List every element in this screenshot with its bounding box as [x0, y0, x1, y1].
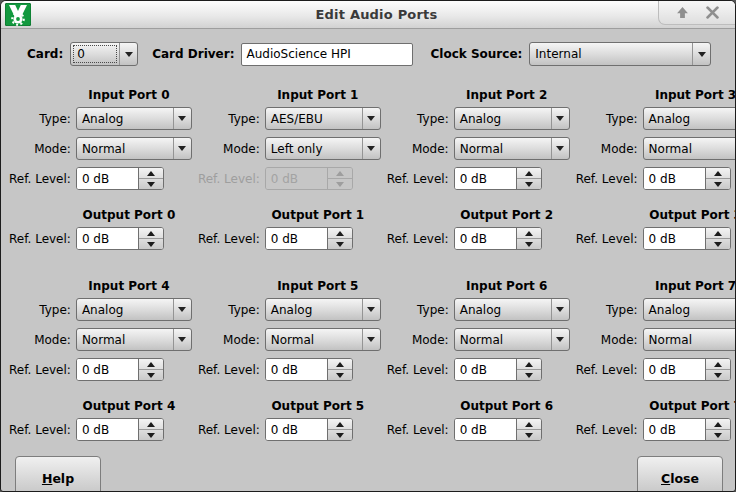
mode-dropdown[interactable]: Normal [76, 137, 192, 160]
spin-down-icon[interactable] [706, 430, 730, 440]
chevron-down-icon[interactable] [551, 329, 569, 350]
ref-level-value[interactable]: 0 dB [455, 228, 516, 249]
spin-down-icon[interactable] [706, 370, 730, 380]
mode-dropdown[interactable]: Normal [454, 328, 570, 351]
spin-up-icon[interactable] [139, 168, 163, 179]
ref-level-spinbox[interactable]: 0 dB [265, 227, 353, 250]
ref-level-label: Ref. Level: [387, 172, 449, 186]
ref-level-value[interactable]: 0 dB [644, 168, 705, 189]
ref-level-value[interactable]: 0 dB [266, 359, 327, 380]
spin-down-icon[interactable] [517, 430, 541, 440]
ref-level-value[interactable]: 0 dB [455, 168, 516, 189]
type-dropdown[interactable]: Analog [454, 298, 570, 321]
ref-level-spinbox[interactable]: 0 dB [454, 358, 542, 381]
ref-level-value[interactable]: 0 dB [77, 419, 138, 440]
chevron-down-icon[interactable] [362, 138, 380, 159]
spin-up-icon[interactable] [517, 359, 541, 370]
chevron-down-icon[interactable] [362, 299, 380, 320]
ref-level-value[interactable]: 0 dB [644, 359, 705, 380]
spin-down-icon[interactable] [328, 430, 352, 440]
ref-level-spinbox[interactable]: 0 dB [643, 167, 731, 190]
ref-level-spinbox[interactable]: 0 dB [76, 167, 164, 190]
close-window-button[interactable] [699, 4, 725, 22]
ref-level-spinbox[interactable]: 0 dB [643, 227, 731, 250]
spin-up-icon[interactable] [517, 228, 541, 239]
chevron-down-icon[interactable] [551, 108, 569, 129]
spin-up-icon[interactable] [328, 419, 352, 430]
ref-level-spinbox[interactable]: 0 dB [454, 418, 542, 441]
spin-up-icon[interactable] [328, 359, 352, 370]
mode-dropdown[interactable]: Normal [76, 328, 192, 351]
spin-up-icon[interactable] [517, 168, 541, 179]
ref-level-value[interactable]: 0 dB [644, 419, 705, 440]
ref-level-spinbox[interactable]: 0 dB [643, 358, 731, 381]
type-dropdown[interactable]: Analog [454, 107, 570, 130]
mode-dropdown[interactable]: Normal [643, 328, 736, 351]
spin-up-icon[interactable] [139, 228, 163, 239]
chevron-down-icon[interactable] [551, 138, 569, 159]
spin-down-icon[interactable] [517, 239, 541, 249]
spin-down-icon[interactable] [706, 179, 730, 189]
type-dropdown[interactable]: AES/EBU [265, 107, 381, 130]
spin-down-icon[interactable] [517, 370, 541, 380]
spin-up-icon[interactable] [706, 168, 730, 179]
chevron-down-icon[interactable] [173, 299, 191, 320]
ref-level-spinbox[interactable]: 0 dB [643, 418, 731, 441]
mode-dropdown[interactable]: Normal [643, 137, 736, 160]
ref-level-spinbox[interactable]: 0 dB [265, 418, 353, 441]
chevron-down-icon[interactable] [173, 138, 191, 159]
chevron-down-icon[interactable] [551, 299, 569, 320]
ref-level-value[interactable]: 0 dB [77, 228, 138, 249]
ref-level-value[interactable]: 0 dB [77, 359, 138, 380]
spin-up-icon[interactable] [706, 228, 730, 239]
ref-level-value[interactable]: 0 dB [455, 359, 516, 380]
type-dropdown[interactable]: Analog [76, 298, 192, 321]
ref-level-value[interactable]: 0 dB [77, 168, 138, 189]
card-dropdown[interactable]: 0 [70, 42, 138, 66]
ref-level-value[interactable]: 0 dB [266, 228, 327, 249]
mode-dropdown[interactable]: Left only [265, 137, 381, 160]
type-dropdown[interactable]: Analog [265, 298, 381, 321]
type-dropdown[interactable]: Analog [643, 298, 736, 321]
spin-down-icon[interactable] [139, 179, 163, 189]
chevron-down-icon[interactable] [173, 329, 191, 350]
ref-level-value[interactable]: 0 dB [266, 419, 327, 440]
ref-level-spinbox[interactable]: 0 dB [454, 227, 542, 250]
mode-dropdown[interactable]: Normal [454, 137, 570, 160]
spin-up-icon[interactable] [139, 359, 163, 370]
ref-level-value[interactable]: 0 dB [644, 228, 705, 249]
clock-source-dropdown[interactable]: Internal [529, 42, 711, 66]
spin-down-icon[interactable] [328, 370, 352, 380]
type-dropdown[interactable]: Analog [76, 107, 192, 130]
type-dropdown[interactable]: Analog [643, 107, 736, 130]
ref-level-spinbox[interactable]: 0 dB [76, 227, 164, 250]
spin-down-icon[interactable] [139, 370, 163, 380]
ref-level-spinbox[interactable]: 0 dB [76, 358, 164, 381]
card-driver-field[interactable] [241, 43, 413, 66]
shade-window-button[interactable] [669, 4, 695, 22]
chevron-down-icon[interactable] [119, 43, 137, 65]
chevron-down-icon[interactable] [692, 43, 710, 65]
chevron-down-icon[interactable] [362, 108, 380, 129]
ref-level-spinbox[interactable]: 0 dB [76, 418, 164, 441]
spin-down-icon[interactable] [139, 239, 163, 249]
spin-down-icon[interactable] [139, 430, 163, 440]
ref-level-spinbox[interactable]: 0 dB [454, 167, 542, 190]
spin-down-icon[interactable] [517, 179, 541, 189]
spin-up-icon[interactable] [139, 419, 163, 430]
chevron-down-icon[interactable] [173, 108, 191, 129]
spin-down-icon[interactable] [328, 239, 352, 249]
input-port-1-panel: Input Port 1 Type: AES/EBU Mode: Left on… [198, 66, 387, 197]
spin-up-icon[interactable] [328, 228, 352, 239]
spin-up-icon[interactable] [706, 359, 730, 370]
ref-level-spinbox[interactable]: 0 dB [265, 358, 353, 381]
mode-dropdown[interactable]: Normal [265, 328, 381, 351]
chevron-down-icon[interactable] [362, 329, 380, 350]
ref-level-value[interactable]: 0 dB [455, 419, 516, 440]
close-button[interactable]: Close [637, 456, 723, 492]
spin-up-icon[interactable] [706, 419, 730, 430]
spin-up-icon[interactable] [517, 419, 541, 430]
titlebar[interactable]: Edit Audio Ports [1, 1, 735, 29]
spin-down-icon[interactable] [706, 239, 730, 249]
help-button[interactable]: Help [15, 456, 101, 492]
